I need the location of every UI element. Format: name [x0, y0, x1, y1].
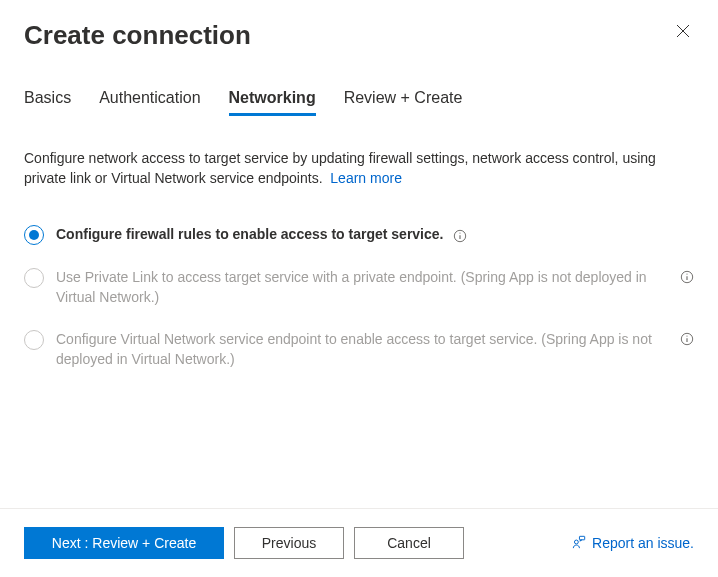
info-icon[interactable]	[680, 332, 694, 346]
person-feedback-icon	[572, 535, 586, 552]
option-private-link: Use Private Link to access target servic…	[24, 267, 694, 307]
close-button[interactable]	[672, 20, 694, 45]
svg-point-7	[686, 274, 687, 275]
svg-point-10	[686, 336, 687, 337]
report-issue-link[interactable]: Report an issue.	[572, 535, 694, 552]
tab-bar: Basics Authentication Networking Review …	[24, 89, 694, 116]
description-text: Configure network access to target servi…	[24, 148, 694, 188]
tab-basics[interactable]: Basics	[24, 89, 71, 116]
radio-private-link	[24, 268, 44, 288]
close-icon	[676, 24, 690, 41]
tab-authentication[interactable]: Authentication	[99, 89, 200, 116]
page-title: Create connection	[24, 20, 251, 51]
radio-firewall[interactable]	[24, 225, 44, 245]
tab-networking[interactable]: Networking	[229, 89, 316, 116]
cancel-button[interactable]: Cancel	[354, 527, 464, 559]
report-issue-label: Report an issue.	[592, 535, 694, 551]
option-firewall-label: Configure firewall rules to enable acces…	[56, 224, 694, 244]
svg-point-11	[574, 540, 578, 544]
option-private-link-label: Use Private Link to access target servic…	[56, 267, 680, 307]
info-icon[interactable]	[453, 228, 467, 242]
learn-more-link[interactable]: Learn more	[330, 170, 402, 186]
option-firewall[interactable]: Configure firewall rules to enable acces…	[24, 224, 694, 245]
networking-options: Configure firewall rules to enable acces…	[24, 224, 694, 369]
info-icon[interactable]	[680, 270, 694, 284]
option-vnet-endpoint-label: Configure Virtual Network service endpoi…	[56, 329, 680, 369]
next-button[interactable]: Next : Review + Create	[24, 527, 224, 559]
footer: Next : Review + Create Previous Cancel R…	[24, 509, 694, 577]
radio-vnet-endpoint	[24, 330, 44, 350]
svg-rect-12	[579, 536, 584, 540]
option-vnet-endpoint: Configure Virtual Network service endpoi…	[24, 329, 694, 369]
tab-review-create[interactable]: Review + Create	[344, 89, 463, 116]
svg-point-4	[460, 233, 461, 234]
previous-button[interactable]: Previous	[234, 527, 344, 559]
